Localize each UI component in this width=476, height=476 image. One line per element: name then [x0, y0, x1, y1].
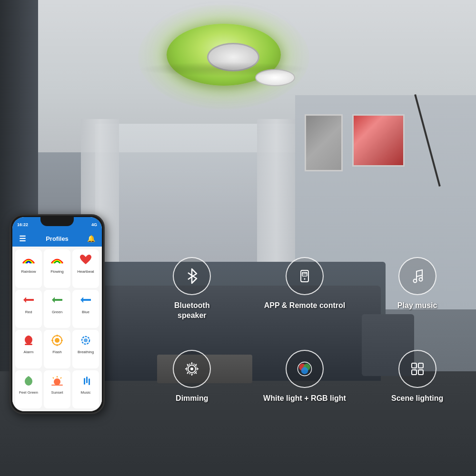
- artwork-2: [352, 114, 405, 167]
- feature-scene-lighting-label: Scene lighting: [391, 394, 443, 404]
- profile-rainbow-label: Rainbow: [21, 269, 36, 274]
- svg-rect-2: [25, 344, 32, 345]
- profile-breathing-label: Breathing: [78, 350, 94, 354]
- profile-music[interactable]: Music: [72, 370, 99, 409]
- phone-screen: 16:22 4G ☰ Profiles 🔔 Rainbow: [12, 217, 102, 411]
- feature-scene-lighting: Scene lighting: [363, 350, 471, 438]
- ceiling-lamp: [157, 19, 290, 95]
- scene-icon: [408, 359, 427, 378]
- features-section: Bluetoothspeaker APP APP & Remote contro…: [138, 257, 471, 438]
- profile-alarm-label: Alarm: [24, 350, 34, 354]
- feature-app-remote: APP APP & Remote control: [251, 257, 359, 345]
- profile-feel-green[interactable]: Feel Green: [15, 370, 42, 409]
- profile-feel-green-label: Feel Green: [19, 390, 38, 395]
- svg-rect-17: [86, 377, 88, 383]
- ceiling-shadow: [138, 62, 309, 76]
- svg-text:APP: APP: [302, 272, 307, 275]
- profile-green-label: Green: [52, 310, 62, 314]
- phone-header-title: Profiles: [46, 235, 69, 242]
- profile-music-label: Music: [81, 390, 91, 395]
- profile-flowing[interactable]: Flowing: [44, 249, 70, 288]
- feature-bluetooth-label: Bluetoothspeaker: [174, 301, 210, 321]
- svg-rect-12: [51, 385, 63, 386]
- svg-line-14: [53, 377, 54, 378]
- profile-rainbow[interactable]: Rainbow: [15, 249, 42, 288]
- profile-alarm[interactable]: Alarm: [15, 330, 42, 368]
- profile-blue[interactable]: Blue: [72, 290, 99, 328]
- svg-point-21: [304, 278, 305, 280]
- dimming-icon: [182, 359, 201, 378]
- feature-play-music-label: Play music: [397, 301, 437, 311]
- profile-flowing-label: Flowing: [50, 269, 64, 274]
- svg-rect-42: [412, 363, 416, 368]
- music-note-icon: [408, 267, 427, 286]
- scene-lighting-icon-circle: [398, 350, 436, 388]
- play-music-icon-circle: [398, 257, 436, 295]
- profile-flash[interactable]: Flash: [44, 330, 70, 368]
- svg-rect-18: [89, 378, 90, 385]
- feature-dimming-label: Dimming: [176, 394, 208, 404]
- artwork-1: [305, 114, 343, 171]
- svg-line-15: [60, 377, 61, 378]
- profile-breathing[interactable]: Breathing: [72, 330, 99, 368]
- profile-sunset-label: Sunset: [51, 390, 63, 395]
- bluetooth-icon: [182, 267, 201, 286]
- feature-rgb-light: White light + RGB light: [251, 350, 359, 438]
- phone-notch: [40, 216, 74, 226]
- svg-point-11: [54, 378, 60, 385]
- feature-play-music: Play music: [363, 257, 471, 345]
- feature-bluetooth: Bluetoothspeaker: [138, 257, 246, 345]
- rgb-light-icon-circle: [286, 350, 324, 388]
- phone-signal: 4G: [91, 222, 97, 227]
- feature-dimming: Dimming: [138, 350, 246, 438]
- dimming-icon-circle: [173, 350, 211, 388]
- svg-point-41: [301, 367, 308, 374]
- profile-sunset[interactable]: Sunset: [44, 370, 70, 409]
- svg-rect-43: [418, 363, 423, 368]
- rgb-color-icon: [295, 359, 314, 378]
- svg-point-4: [55, 338, 60, 343]
- profile-flash-label: Flash: [52, 350, 62, 354]
- app-remote-icon-circle: APP: [286, 257, 324, 295]
- svg-rect-1: [28, 336, 30, 337]
- svg-rect-44: [412, 370, 416, 375]
- svg-rect-16: [84, 378, 85, 385]
- svg-point-28: [190, 367, 193, 370]
- profile-green[interactable]: Green: [44, 290, 70, 328]
- svg-rect-45: [418, 370, 423, 375]
- app-remote-icon: APP: [295, 267, 314, 286]
- phone-body: 16:22 4G ☰ Profiles 🔔 Rainbow: [12, 217, 102, 411]
- phone-time: 16:22: [17, 222, 28, 227]
- feature-app-remote-label: APP & Remote control: [264, 301, 345, 311]
- profile-heartbeat[interactable]: Heartbeat: [72, 249, 99, 288]
- profile-red[interactable]: Red: [15, 290, 42, 328]
- profile-blue-label: Blue: [82, 310, 89, 314]
- bluetooth-icon-circle: [173, 257, 211, 295]
- phone-mockup: 16:22 4G ☰ Profiles 🔔 Rainbow: [10, 214, 105, 414]
- svg-point-10: [84, 338, 88, 342]
- phone-header: ☰ Profiles 🔔: [12, 230, 102, 247]
- profile-red-label: Red: [25, 310, 32, 314]
- profile-heartbeat-label: Heartbeat: [77, 269, 94, 274]
- phone-profiles-grid: Rainbow Flowing Heartbeat: [12, 247, 102, 411]
- feature-rgb-label: White light + RGB light: [263, 394, 346, 404]
- lamp-body: [167, 24, 281, 86]
